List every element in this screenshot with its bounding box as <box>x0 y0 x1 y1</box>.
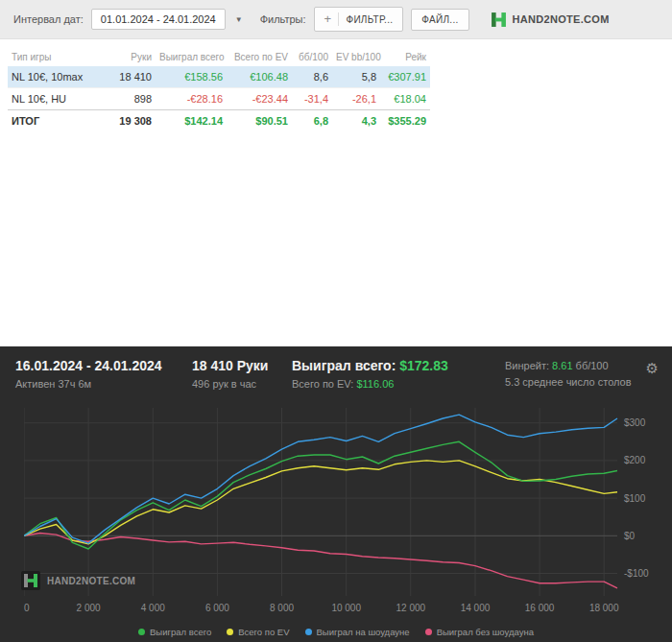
legend-dot-icon <box>138 629 145 635</box>
legend-label: Выиграл на шоудауне <box>317 627 410 637</box>
plus-icon: + <box>324 14 332 24</box>
cell-rake: €18.04 <box>380 88 430 110</box>
svg-text:4 000: 4 000 <box>141 603 165 613</box>
brand-text: HAND2NOTE.COM <box>513 13 610 25</box>
table-row[interactable]: NL 10€, 10max 18 410 €158.56 €106.48 8,6… <box>8 66 430 88</box>
file-button-label: ФАЙЛ... <box>421 14 458 25</box>
stats-table: Тип игры Руки Выиграл всего Всего по EV … <box>8 48 430 131</box>
divider <box>338 12 339 26</box>
svg-text:-$100: -$100 <box>624 568 649 579</box>
cell-hands: 18 410 <box>108 66 156 88</box>
col-game-type: Тип игры <box>8 48 108 66</box>
filters-label: Фильтры: <box>260 13 306 25</box>
col-bb100: бб/100 <box>292 48 332 66</box>
hand2note-brand: HAND2NOTE.COM <box>491 12 610 28</box>
legend-item-ev-total[interactable]: Всего по EV <box>227 627 289 637</box>
legend-dot-icon <box>425 629 432 635</box>
cell-ev-bb100: 4,3 <box>332 110 380 132</box>
cell-bb100: 6,8 <box>292 110 332 132</box>
svg-text:10 000: 10 000 <box>331 603 361 613</box>
panel-active-time: Активен 37ч 6м <box>15 378 192 390</box>
table-header-row: Тип игры Руки Выиграл всего Всего по EV … <box>8 48 430 66</box>
legend-label: Выиграл всего <box>150 627 211 637</box>
gear-icon[interactable]: ⚙ <box>646 360 659 377</box>
panel-header: 16.01.2024 - 24.01.2024 Активен 37ч 6м 1… <box>0 346 672 390</box>
cell-bb100: 8,6 <box>292 66 332 88</box>
svg-text:14 000: 14 000 <box>461 603 491 613</box>
svg-text:16 000: 16 000 <box>525 603 555 613</box>
cell-ev: -€23.44 <box>227 88 292 110</box>
cell-won: -€28.16 <box>156 88 227 110</box>
col-ev-total: Всего по EV <box>227 48 292 66</box>
legend-item-showdown[interactable]: Выиграл на шоудауне <box>305 627 410 637</box>
cell-ev-bb100: 5,8 <box>332 66 380 88</box>
interval-label: Интервал дат: <box>13 13 84 25</box>
brand-text: HAND2NOTE.COM <box>47 576 135 586</box>
winrate-units: бб/100 <box>576 360 609 371</box>
svg-text:0: 0 <box>24 603 30 613</box>
ev-total-value: $116.06 <box>356 378 394 390</box>
cell-hands: 898 <box>108 88 156 110</box>
table-row[interactable]: NL 10€, HU 898 -€28.16 -€23.44 -31,4 -26… <box>8 88 430 110</box>
cell-rake: $355.29 <box>380 110 430 132</box>
svg-text:$300: $300 <box>624 417 646 428</box>
legend-dot-icon <box>305 629 312 635</box>
add-filter-button[interactable]: + ФИЛЬТР... <box>314 7 404 32</box>
hand2note-logo-icon <box>491 12 507 28</box>
hand2note-chart-brand: HAND2NOTE.COM <box>21 571 135 590</box>
winrate-value: 8.61 <box>552 360 572 371</box>
svg-text:8 000: 8 000 <box>270 603 294 613</box>
svg-text:12 000: 12 000 <box>396 603 426 613</box>
ev-total-label: Всего по EV: <box>292 378 353 390</box>
cell-ev-bb100: -26,1 <box>332 88 380 110</box>
cell-ev: €106.48 <box>227 66 292 88</box>
panel-hands: 18 410 Руки <box>192 358 292 373</box>
cell-bb100: -31,4 <box>292 88 332 110</box>
filter-button-label: ФИЛЬТР... <box>346 14 393 25</box>
session-chart-panel: 16.01.2024 - 24.01.2024 Активен 37ч 6м 1… <box>0 346 672 642</box>
hand2note-logo-icon <box>21 571 40 590</box>
panel-hands-per-hour: 496 рук в час <box>192 378 292 390</box>
legend-label: Всего по EV <box>238 627 289 637</box>
won-total-value: $172.83 <box>399 358 448 373</box>
legend-label: Выиграл без шоудауна <box>437 627 534 637</box>
cell-hands: 19 308 <box>108 110 156 132</box>
avg-tables: 5.3 среднее число столов <box>505 376 632 388</box>
cell-won: $142.14 <box>156 110 227 132</box>
panel-date-range: 16.01.2024 - 24.01.2024 <box>15 358 192 373</box>
col-won-total: Выиграл всего <box>156 48 227 66</box>
svg-text:2 000: 2 000 <box>77 603 101 613</box>
top-toolbar: Интервал дат: 01.01.2024 - 24.01.2024 ▼ … <box>0 0 672 39</box>
table-total-row[interactable]: ИТОГ 19 308 $142.14 $90.51 6,8 4,3 $355.… <box>8 110 430 132</box>
file-button[interactable]: ФАЙЛ... <box>411 9 468 31</box>
won-total-label: Выиграл всего: <box>292 358 396 373</box>
svg-text:18 000: 18 000 <box>589 603 619 613</box>
cell-game-type: ИТОГ <box>8 110 108 132</box>
svg-text:$0: $0 <box>624 531 636 541</box>
winrate-label: Винрейт: <box>505 360 549 371</box>
legend-item-won-total[interactable]: Выиграл всего <box>138 627 211 637</box>
col-hands: Руки <box>108 48 156 66</box>
chevron-down-icon[interactable]: ▼ <box>235 15 243 24</box>
svg-text:6 000: 6 000 <box>205 603 229 613</box>
cell-game-type: NL 10€, HU <box>8 88 108 110</box>
cell-ev: $90.51 <box>227 110 292 132</box>
date-range-value: 01.01.2024 - 24.01.2024 <box>101 13 216 25</box>
legend-item-non-showdown[interactable]: Выиграл без шоудауна <box>425 627 534 637</box>
svg-text:$100: $100 <box>624 493 646 504</box>
chart-legend: Выиграл всего Всего по EV Выиграл на шоу… <box>0 627 672 637</box>
legend-dot-icon <box>227 629 233 635</box>
cell-game-type: NL 10€, 10max <box>8 66 108 88</box>
col-ev-bb100: EV bb/100 <box>332 48 380 66</box>
col-rake: Рейк <box>380 48 430 66</box>
cell-won: €158.56 <box>156 66 227 88</box>
date-range-selector[interactable]: 01.01.2024 - 24.01.2024 <box>91 9 226 30</box>
svg-text:$200: $200 <box>624 455 646 465</box>
cell-rake: €307.91 <box>380 66 430 88</box>
